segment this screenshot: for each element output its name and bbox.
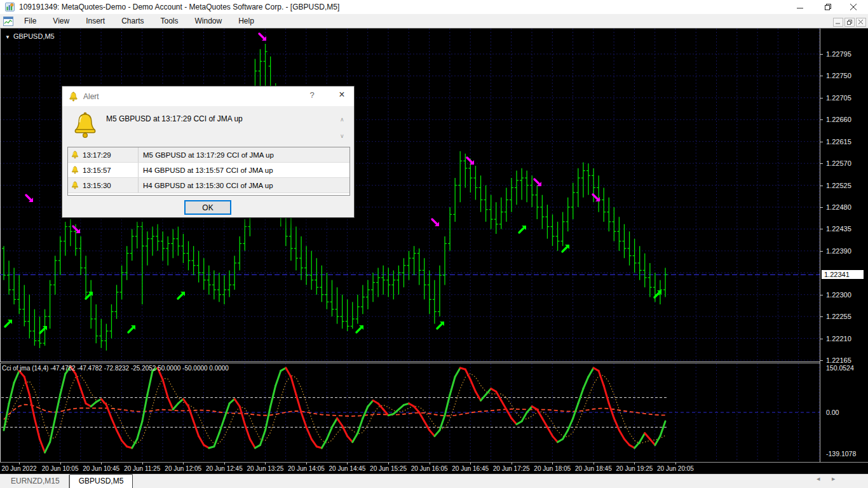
alert-row[interactable]: 13:17:29M5 GBPUSD at 13:17:29 CCI of JMA…	[68, 147, 349, 163]
menu-item-file[interactable]: File	[16, 15, 44, 27]
alert-dialog-title: Alert	[83, 92, 99, 101]
time-axis-label: 20 Jun 10:05	[42, 465, 79, 472]
time-axis-tick	[512, 463, 512, 464]
price-axis-tick	[820, 339, 823, 339]
minimize-button[interactable]	[790, 1, 810, 13]
chart-close-button[interactable]	[856, 18, 866, 27]
restore-button[interactable]	[818, 1, 837, 13]
time-axis-label: 20 Jun 11:25	[124, 465, 160, 472]
message-scroll-down-button[interactable]: ∨	[340, 133, 344, 139]
time-axis-label: 20 Jun 10:45	[83, 465, 119, 472]
alert-dialog: Alert ? × M5 GBPUSD at 13:17:29 CCI of J…	[62, 86, 355, 218]
cci-indicator-canvas[interactable]	[0, 363, 820, 462]
chart-minimize-button[interactable]	[833, 18, 843, 27]
tab-eurnzd-m15[interactable]: EURNZD,M15	[2, 475, 69, 488]
time-axis[interactable]: 20 Jun 202220 Jun 10:0520 Jun 10:4520 Ju…	[0, 462, 868, 474]
price-axis-label: 1.22525	[826, 182, 851, 189]
price-axis-tick	[820, 163, 823, 164]
ok-button[interactable]: OK	[184, 200, 231, 215]
time-axis-tick	[306, 463, 307, 464]
price-axis-label: 1.22570	[826, 159, 851, 167]
symbol-dropdown-icon: ▼	[5, 34, 10, 40]
alert-bell-icon	[72, 109, 98, 141]
alert-row[interactable]: 13:15:30H4 GBPUSD at 13:15:30 CCI of JMA…	[68, 178, 349, 193]
price-axis-label: 1.22795	[826, 50, 851, 58]
app-icon	[5, 3, 15, 11]
time-axis-label: 20 Jun 20:05	[657, 465, 694, 472]
tabs-scroll-right-button[interactable]: ▶	[832, 477, 835, 482]
alert-row-text: M5 GBPUSD at 13:17:29 CCI of JMA up	[138, 147, 349, 162]
time-axis-tick	[593, 463, 594, 464]
time-axis-label: 20 Jun 14:45	[329, 465, 366, 472]
chart-window-icon	[3, 17, 13, 26]
price-axis-label: 1.22480	[826, 203, 851, 211]
chart-close-icon	[858, 20, 864, 25]
price-axis-tick	[820, 186, 823, 186]
price-axis-label: 1.22390	[826, 247, 851, 255]
price-axis-tick	[820, 142, 823, 142]
price-axis-tick	[820, 119, 823, 120]
chart-tab-bar: EURNZD,M15GBPUSD,M5	[0, 473, 868, 488]
time-axis-label: 20 Jun 18:05	[534, 465, 571, 472]
time-axis-label: 20 Jun 19:25	[616, 465, 653, 472]
time-axis-label: 20 Jun 2022	[1, 465, 36, 472]
close-button[interactable]	[844, 1, 863, 13]
price-axis-label: 1.22660	[826, 116, 851, 123]
menu-item-help[interactable]: Help	[230, 15, 262, 27]
price-axis-label: 1.22750	[826, 72, 851, 79]
menu-item-window[interactable]: Window	[187, 15, 231, 27]
time-axis-tick	[634, 463, 635, 464]
bell-icon	[69, 92, 78, 102]
menu-item-view[interactable]: View	[44, 15, 78, 27]
tabs-scroll-left-button[interactable]: ◀	[817, 477, 820, 482]
time-axis-tick	[265, 463, 266, 464]
time-axis-tick	[388, 463, 389, 464]
price-axis-tick	[820, 251, 823, 252]
symbol-label: ▼GBPUSD,M5	[5, 32, 55, 40]
time-axis-label: 20 Jun 12:05	[165, 465, 201, 472]
price-axis-label: 1.22300	[826, 291, 851, 299]
alert-row-time: 13:15:30	[83, 182, 138, 189]
time-axis-label: 20 Jun 18:45	[575, 465, 612, 472]
price-axis-tick	[820, 207, 823, 208]
price-axis-tick	[820, 295, 823, 295]
time-axis-tick	[470, 463, 471, 464]
price-scale[interactable]: 1.227951.227501.227051.226601.226151.225…	[820, 29, 868, 462]
tab-gbpusd-m5[interactable]: GBPUSD,M5	[69, 474, 133, 488]
time-axis-tick	[101, 463, 102, 464]
price-axis-label: 1.22705	[826, 94, 851, 102]
price-axis-tick	[820, 98, 823, 98]
time-axis-label: 20 Jun 13:25	[247, 465, 283, 472]
price-axis-label: 1.22435	[826, 225, 851, 233]
menu-item-tools[interactable]: Tools	[153, 15, 187, 27]
bell-icon	[71, 166, 79, 174]
time-axis-tick	[347, 463, 348, 464]
current-price-tag: 1.22341	[822, 270, 864, 279]
chart-restore-button[interactable]	[844, 18, 855, 27]
chart-minimize-icon	[836, 20, 841, 25]
time-axis-label: 20 Jun 16:45	[452, 465, 489, 472]
price-axis-label: 1.22255	[826, 313, 851, 320]
time-axis-tick	[430, 463, 430, 464]
price-axis-label: 1.22165	[826, 356, 851, 364]
time-axis-tick	[183, 463, 184, 464]
time-axis-tick	[552, 463, 553, 464]
indicator-axis-label: 0.00	[826, 409, 839, 416]
dialog-help-button[interactable]: ?	[305, 90, 319, 100]
price-axis-tick	[820, 54, 823, 55]
menu-item-charts[interactable]: Charts	[113, 15, 152, 27]
dialog-close-button[interactable]: ×	[334, 89, 349, 100]
price-axis-tick	[820, 76, 823, 76]
menu-item-insert[interactable]: Insert	[78, 15, 113, 27]
alert-row-text: H4 GBPUSD at 13:15:30 CCI of JMA up	[138, 178, 349, 193]
message-scroll-up-button[interactable]: ∧	[340, 116, 344, 123]
time-axis-label: 20 Jun 16:05	[411, 465, 448, 472]
alert-row[interactable]: 13:15:57H4 GBPUSD at 13:15:57 CCI of JMA…	[68, 163, 349, 178]
price-axis-tick	[820, 316, 823, 317]
indicator-values-label: Cci of jma (14,4) -47.4782 -47.4782 -72.…	[2, 365, 229, 372]
time-axis-tick	[19, 463, 20, 464]
price-axis-tick	[820, 229, 823, 229]
alert-row-time: 13:17:29	[83, 151, 138, 159]
alert-list[interactable]: 13:17:29M5 GBPUSD at 13:17:29 CCI of JMA…	[67, 147, 350, 196]
time-axis-tick	[675, 463, 676, 464]
